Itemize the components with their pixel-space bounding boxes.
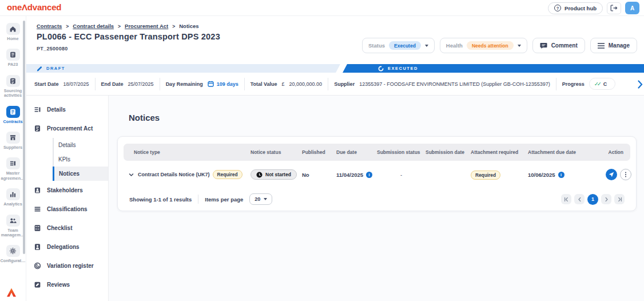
row-more-actions-button[interactable] <box>620 169 631 180</box>
column-header-published: Published <box>302 149 336 155</box>
sidebar-item-details[interactable]: Details <box>26 100 108 119</box>
sidebar-item-sourcing-activities[interactable]: Sourcing activities <box>0 75 26 98</box>
sidebar-item-master-agreement[interactable]: Master agreemen… <box>0 157 26 181</box>
manage-label: Manage <box>609 42 630 49</box>
table-header-row: Notice type Notice status Published Due … <box>124 144 630 161</box>
sidebar-item-analytics[interactable]: Analytics <box>0 188 26 207</box>
breadcrumb-procurement-act[interactable]: Procurement Act <box>125 23 168 29</box>
sidebar-label: Checklist <box>47 225 72 231</box>
sidebar-label: Stakeholders <box>47 187 83 193</box>
sidebar-label: Classifications <box>47 206 88 212</box>
stage-executed: EXECUTED <box>343 64 644 73</box>
procurement-act-icon <box>34 125 41 132</box>
sidebar-item-contracts[interactable]: Contracts <box>0 106 26 124</box>
oneadvanced-logo: oneΛdvanced <box>7 2 61 12</box>
progress-value: C <box>603 81 607 87</box>
breadcrumb: Contracts Contract details Procurement A… <box>37 23 199 29</box>
rail-scrollbar[interactable] <box>23 21 25 254</box>
sidebar-item-checklist[interactable]: Checklist <box>26 219 108 237</box>
pagination-first-button[interactable] <box>561 194 571 204</box>
info-icon[interactable] <box>558 172 565 178</box>
gear-icon <box>6 245 20 257</box>
chevron-down-icon <box>264 198 267 200</box>
total-value-label: Total Value <box>251 81 277 87</box>
pen-icon <box>37 66 42 72</box>
checklist-icon <box>34 224 41 232</box>
sidebar-item-suppliers[interactable]: Suppliers <box>0 132 26 150</box>
sidebar-label: Details <box>58 142 76 148</box>
expand-row-button[interactable] <box>127 171 135 179</box>
day-remaining-value: 109 days <box>217 81 238 87</box>
health-dropdown[interactable]: Health Needs attention <box>440 38 527 53</box>
calendar-icon <box>208 81 214 87</box>
contract-reference: PT_2500080 <box>37 46 68 52</box>
info-icon[interactable] <box>366 172 372 178</box>
breadcrumb-contracts[interactable]: Contracts <box>37 23 62 29</box>
sidebar-item-reviews[interactable]: Reviews <box>26 275 108 294</box>
variation-register-icon <box>34 262 41 270</box>
product-hub-button[interactable]: Product hub <box>548 2 603 14</box>
clock-icon <box>256 172 263 178</box>
status-dropdown[interactable]: Status Executed <box>362 38 435 53</box>
nav-rail: Home PA23 Sourcing activities Contracts … <box>0 16 26 301</box>
contract-controls: Status Executed Health Needs attention C… <box>362 38 637 53</box>
notice-type-value: Contract Details Notice (UK7) <box>138 172 210 177</box>
submit-notice-button[interactable] <box>606 169 617 180</box>
scroll-right-chevron[interactable] <box>638 80 643 89</box>
breadcrumb-contract-details[interactable]: Contract details <box>73 23 114 29</box>
comment-button[interactable]: Comment <box>532 38 585 53</box>
sidebar-item-classifications[interactable]: Classifications <box>26 200 108 219</box>
chevron-right-icon <box>66 23 69 29</box>
pagination-prev-button[interactable] <box>574 194 585 204</box>
kebab-menu-icon <box>625 174 626 175</box>
total-value-amount: 20,000,000.00 <box>289 81 323 87</box>
stakeholders-icon <box>34 187 41 194</box>
items-per-page-select[interactable]: 20 <box>249 193 272 205</box>
results-count: Showing 1-1 of 1 results <box>129 196 192 203</box>
pagination-next-button[interactable] <box>601 194 611 204</box>
chevron-down-icon <box>425 45 428 47</box>
sidebar-item-procurement-act[interactable]: Procurement Act <box>26 119 108 138</box>
sidebar-item-delegations[interactable]: Delegations <box>26 237 108 256</box>
sidebar-item-pa-details[interactable]: Details <box>53 138 108 152</box>
sidebar-item-notices[interactable]: Notices <box>53 167 108 181</box>
details-icon <box>34 106 41 113</box>
sidebar-item-variation-register[interactable]: Variation register <box>26 256 108 275</box>
help-icon <box>554 5 561 11</box>
stage-draft: DRAFT <box>26 64 340 73</box>
sidebar-label: Notices <box>59 171 79 177</box>
end-date: End Date 25/07/2025 <box>101 81 154 87</box>
column-header-notice-type: Notice type <box>124 149 251 155</box>
stage-draft-label: DRAFT <box>46 66 65 71</box>
classifications-icon <box>34 205 41 213</box>
chevron-down-icon <box>518 45 521 47</box>
sidebar-item-team-management[interactable]: Team managem… <box>0 215 26 238</box>
avatar[interactable]: A <box>625 2 639 14</box>
health-label: Health <box>446 42 463 49</box>
delegations-icon <box>34 243 41 251</box>
pagination-page-1[interactable]: 1 <box>587 194 598 205</box>
column-header-submission-status: Submission status <box>377 149 426 155</box>
sidebar-item-home[interactable]: Home <box>0 23 26 41</box>
currency-symbol: £ <box>282 81 285 87</box>
progress-ring-icon <box>378 66 384 72</box>
sidebar-item-pa23[interactable]: PA23 <box>0 49 26 67</box>
sidebar-item-kpis[interactable]: KPIs <box>53 152 108 167</box>
supplier-label: Supplier <box>334 81 355 87</box>
section-heading: Notices <box>129 113 160 122</box>
master-agreement-icon <box>6 157 20 169</box>
contracts-icon <box>6 106 20 118</box>
analytics-icon <box>6 188 20 200</box>
due-date-value: 11/04/2025 <box>336 172 363 178</box>
rail-label: Analytics <box>0 202 26 207</box>
items-per-page-label: Items per page <box>205 196 243 203</box>
sidebar-label: Reviews <box>47 282 70 288</box>
column-header-action: Action <box>606 149 630 155</box>
manage-button[interactable]: Manage <box>590 38 637 53</box>
progress-label: Progress <box>562 81 585 87</box>
sidebar-item-stakeholders[interactable]: Stakeholders <box>26 181 108 200</box>
logout-button[interactable] <box>607 2 621 14</box>
pagination-last-button[interactable] <box>614 194 625 204</box>
sidebar-item-configuration[interactable]: Configurat… <box>0 245 26 263</box>
team-icon <box>6 215 20 227</box>
